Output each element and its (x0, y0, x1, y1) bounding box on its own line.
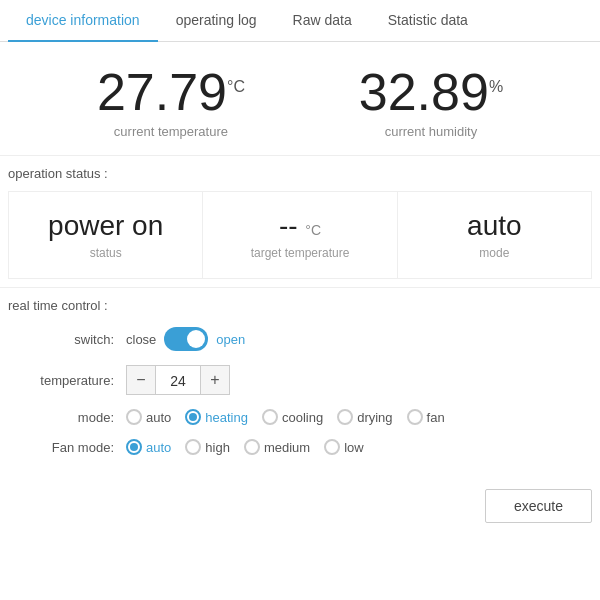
tab-bar: device information operating log Raw dat… (0, 0, 600, 42)
mode-auto-label: auto (146, 410, 171, 425)
realtime-control-header: real time control : (0, 287, 600, 319)
switch-toggle[interactable] (164, 327, 208, 351)
status-power-label: status (19, 246, 192, 260)
execute-row: execute (0, 485, 600, 531)
fan-low-label: low (344, 440, 364, 455)
mode-radio-heating-dot (189, 413, 197, 421)
mode-option-heating[interactable]: heating (185, 409, 248, 425)
status-cell-target-temp: -- °C target temperature (203, 192, 397, 278)
mode-option-cooling[interactable]: cooling (262, 409, 323, 425)
metrics-section: 27.79°C current temperature 32.89% curre… (0, 42, 600, 155)
mode-option-drying[interactable]: drying (337, 409, 392, 425)
temperature-unit: °C (227, 78, 245, 95)
temperature-label: current temperature (97, 124, 245, 139)
mode-radio-cooling (262, 409, 278, 425)
target-temp-value: -- (279, 210, 298, 241)
temperature-stepper-label: temperature: (16, 373, 126, 388)
fan-mode-row: Fan mode: auto high medium low (16, 439, 584, 455)
mode-radio-auto (126, 409, 142, 425)
temperature-stepper: − 24 + (126, 365, 230, 395)
increment-button[interactable]: + (200, 365, 230, 395)
status-cell-mode: auto mode (398, 192, 591, 278)
operation-status-grid: power on status -- °C target temperature… (8, 191, 592, 279)
mode-option-fan[interactable]: fan (407, 409, 445, 425)
fan-mode-radio-group: auto high medium low (126, 439, 374, 455)
mode-radio-group: auto heating cooling drying fan (126, 409, 455, 425)
mode-fan-label: fan (427, 410, 445, 425)
switch-close-label: close (126, 332, 156, 347)
fan-mode-label: Fan mode: (16, 440, 126, 455)
switch-open-label: open (216, 332, 245, 347)
fan-option-medium[interactable]: medium (244, 439, 310, 455)
target-temp-label: target temperature (213, 246, 386, 260)
mode-radio-drying (337, 409, 353, 425)
fan-auto-label: auto (146, 440, 171, 455)
temperature-row: temperature: − 24 + (16, 365, 584, 395)
tab-device-information[interactable]: device information (8, 0, 158, 42)
humidity-label: current humidity (359, 124, 503, 139)
temperature-value: 27.79 (97, 63, 227, 121)
mode-radio-fan (407, 409, 423, 425)
humidity-value: 32.89 (359, 63, 489, 121)
status-mode-label: mode (408, 246, 581, 260)
fan-radio-low (324, 439, 340, 455)
fan-option-high[interactable]: high (185, 439, 230, 455)
mode-label: mode: (16, 410, 126, 425)
mode-drying-label: drying (357, 410, 392, 425)
fan-option-low[interactable]: low (324, 439, 364, 455)
control-section: switch: close open temperature: − 24 + m… (0, 319, 600, 485)
mode-heating-label: heating (205, 410, 248, 425)
fan-medium-label: medium (264, 440, 310, 455)
status-cell-power: power on status (9, 192, 203, 278)
temperature-metric: 27.79°C current temperature (97, 66, 245, 139)
fan-option-auto[interactable]: auto (126, 439, 171, 455)
mode-option-auto[interactable]: auto (126, 409, 171, 425)
fan-radio-high (185, 439, 201, 455)
switch-label: switch: (16, 332, 126, 347)
mode-cooling-label: cooling (282, 410, 323, 425)
toggle-group: close open (126, 327, 245, 351)
fan-high-label: high (205, 440, 230, 455)
operation-status-header: operation status : (0, 155, 600, 187)
tab-raw-data[interactable]: Raw data (275, 0, 370, 42)
humidity-unit: % (489, 78, 503, 95)
target-temp-unit: °C (305, 222, 321, 238)
switch-row: switch: close open (16, 327, 584, 351)
humidity-metric: 32.89% current humidity (359, 66, 503, 139)
mode-radio-heating (185, 409, 201, 425)
fan-radio-auto-dot (130, 443, 138, 451)
status-power-value: power on (19, 210, 192, 242)
tab-operating-log[interactable]: operating log (158, 0, 275, 42)
status-mode-value: auto (408, 210, 581, 242)
mode-row: mode: auto heating cooling drying (16, 409, 584, 425)
execute-button[interactable]: execute (485, 489, 592, 523)
tab-statistic-data[interactable]: Statistic data (370, 0, 486, 42)
decrement-button[interactable]: − (126, 365, 156, 395)
fan-radio-medium (244, 439, 260, 455)
fan-radio-auto (126, 439, 142, 455)
temperature-stepper-value: 24 (156, 365, 200, 395)
